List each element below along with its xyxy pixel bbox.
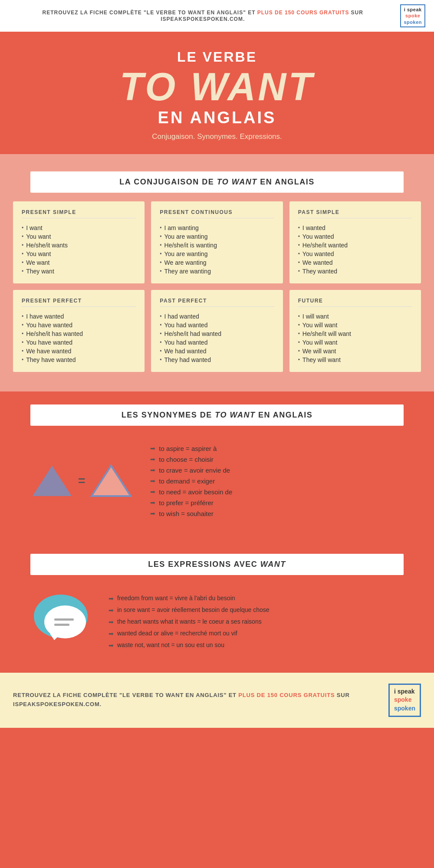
- arrow-icon: ➡: [108, 642, 114, 649]
- hero-subtitle: Conjugaison. Synonymes. Expressions.: [9, 132, 425, 141]
- svg-point-3: [44, 605, 86, 638]
- bottom-accent1: PLUS DE 150 COURS GRATUITS: [238, 692, 335, 698]
- synonymes-title: LES SYNONYMES DE TO WANT EN ANGLAIS: [43, 411, 391, 420]
- present-continuous-title: PRESENT CONTINUOUS: [160, 209, 274, 218]
- list-item: ➡ to prefer = préférer: [150, 497, 232, 508]
- present-perfect-card: PRESENT PERFECT I have wanted You have w…: [13, 290, 145, 372]
- list-item: I have wanted: [22, 312, 136, 321]
- list-item: He/she/it wanted: [298, 241, 412, 250]
- list-item: You have wanted: [22, 321, 136, 329]
- logo-ispeak: i speak: [404, 7, 422, 13]
- present-perfect-list: I have wanted You have wanted He/she/it …: [22, 312, 136, 364]
- future-card: FUTURE I will want You will want He/she/…: [289, 290, 421, 372]
- future-list: I will want You will want He/she/it will…: [298, 312, 412, 364]
- list-item: ➡ the heart wants what it wants = le coe…: [108, 616, 270, 628]
- list-item: They had wanted: [160, 355, 274, 364]
- conjugaison-title-box: LA CONJUGAISON DE TO WANT EN ANGLAIS: [30, 171, 404, 193]
- chat-bubble-icon: [30, 592, 91, 651]
- arrow-icon: ➡: [150, 499, 155, 506]
- expressions-title: LES EXPRESSIONS AVEC WANT: [43, 560, 391, 569]
- past-perfect-title: PAST PERFECT: [160, 298, 274, 307]
- expressions-content: ➡ freedom from want = vivre à l'abri du …: [13, 584, 421, 660]
- list-item: You have wanted: [22, 338, 136, 347]
- list-item: You wanted: [298, 232, 412, 241]
- list-item: ➡ to crave = avoir envie de: [150, 465, 232, 476]
- logo-spoken: spoken: [394, 704, 415, 713]
- list-item: ➡ to wish = souhaiter: [150, 508, 232, 519]
- arrow-icon: ➡: [150, 510, 155, 517]
- list-item: He/she/it will want: [298, 329, 412, 338]
- arrow-icon: ➡: [108, 630, 114, 637]
- svg-rect-5: [54, 618, 74, 621]
- list-item: ➡ to need = avoir besoin de: [150, 487, 232, 497]
- hero-to-want: TO WANT: [9, 67, 425, 106]
- triangle-icon: =: [30, 461, 133, 500]
- past-simple-card: PAST SIMPLE I wanted You wanted He/she/i…: [289, 201, 421, 283]
- present-perfect-title: PRESENT PERFECT: [22, 298, 136, 307]
- list-item: He/she/it is wanting: [160, 241, 274, 250]
- tense-row-2: PRESENT PERFECT I have wanted You have w…: [13, 290, 421, 372]
- list-item: We wanted: [298, 258, 412, 267]
- present-simple-list: I want You want He/she/it wants You want…: [22, 224, 136, 276]
- list-item: I had wanted: [160, 312, 274, 321]
- list-item: We will want: [298, 347, 412, 355]
- present-continuous-list: I am wanting You are wanting He/she/it i…: [160, 224, 274, 276]
- list-item: ➡ in sore want = avoir réellement besoin…: [108, 604, 270, 616]
- bottom-banner: RETROUVEZ LA FICHE COMPLÈTE "LE VERBE TO…: [0, 673, 434, 728]
- arrow-icon: ➡: [108, 618, 114, 625]
- list-item: They will want: [298, 355, 412, 364]
- hero-le-verbe: LE VERBE: [9, 49, 425, 65]
- synonymes-list: ➡ to aspire = aspirer à ➡ to choose = ch…: [150, 443, 232, 519]
- list-item: He/she/it has wanted: [22, 329, 136, 338]
- past-simple-list: I wanted You wanted He/she/it wanted You…: [298, 224, 412, 276]
- past-perfect-card: PAST PERFECT I had wanted You had wanted…: [151, 290, 283, 372]
- list-item: We are wanting: [160, 258, 274, 267]
- bottom-text: RETROUVEZ LA FICHE COMPLÈTE "LE VERBE TO…: [13, 691, 380, 709]
- conjugaison-title: LA CONJUGAISON DE TO WANT EN ANGLAIS: [43, 178, 391, 187]
- past-perfect-list: I had wanted You had wanted He/she/it ha…: [160, 312, 274, 364]
- arrow-icon: ➡: [108, 595, 114, 602]
- list-item: You want: [22, 250, 136, 258]
- list-item: They are wanting: [160, 267, 274, 276]
- logo-ispeak: i speak: [394, 687, 415, 696]
- logo-spoken: spoken: [404, 19, 422, 25]
- arrow-icon: ➡: [150, 488, 155, 495]
- svg-marker-1: [92, 466, 131, 496]
- conjugaison-section: LA CONJUGAISON DE TO WANT EN ANGLAIS PRE…: [0, 154, 434, 391]
- list-item: They have wanted: [22, 355, 136, 364]
- present-simple-card: PRESENT SIMPLE I want You want He/she/it…: [13, 201, 145, 283]
- logo-spoke: spoke: [394, 696, 415, 704]
- expressions-title-box: LES EXPRESSIONS AVEC WANT: [30, 554, 404, 575]
- synonymes-title-box: LES SYNONYMES DE TO WANT EN ANGLAIS: [30, 404, 404, 426]
- synonymes-content: = ➡ to aspire = aspirer à ➡ to choose = …: [13, 434, 421, 528]
- list-item: You are wanting: [160, 250, 274, 258]
- past-simple-title: PAST SIMPLE: [298, 209, 412, 218]
- hero-section: LE VERBE TO WANT EN ANGLAIS Conjugaison.…: [0, 32, 434, 154]
- list-item: We have wanted: [22, 347, 136, 355]
- expressions-section: LES EXPRESSIONS AVEC WANT ➡ freedom from…: [0, 541, 434, 673]
- future-title: FUTURE: [298, 298, 412, 307]
- list-item: We want: [22, 258, 136, 267]
- list-item: ➡ to aspire = aspirer à: [150, 443, 232, 454]
- logo-top: i speak spoke spoken: [400, 4, 425, 27]
- list-item: You will want: [298, 321, 412, 329]
- list-item: They wanted: [298, 267, 412, 276]
- top-banner: RETROUVEZ LA FICHE COMPLÈTE "LE VERBE TO…: [0, 0, 434, 32]
- arrow-icon: ➡: [150, 456, 155, 463]
- list-item: You had wanted: [160, 338, 274, 347]
- logo-bottom: i speak spoke spoken: [388, 684, 421, 717]
- arrow-icon: ➡: [150, 467, 155, 473]
- logo-spoke: spoke: [404, 13, 422, 19]
- arrow-icon: ➡: [150, 445, 155, 452]
- hero-en-anglais: EN ANGLAIS: [9, 108, 425, 127]
- present-continuous-card: PRESENT CONTINUOUS I am wanting You are …: [151, 201, 283, 283]
- present-simple-title: PRESENT SIMPLE: [22, 209, 136, 218]
- list-item: You wanted: [298, 250, 412, 258]
- list-item: ➡ to demand = exiger: [150, 476, 232, 487]
- list-item: ➡ freedom from want = vivre à l'abri du …: [108, 592, 270, 604]
- list-item: He/she/it had wanted: [160, 329, 274, 338]
- expressions-list: ➡ freedom from want = vivre à l'abri du …: [108, 592, 270, 651]
- arrow-icon: ➡: [108, 607, 114, 614]
- synonymes-section: LES SYNONYMES DE TO WANT EN ANGLAIS = ➡ …: [0, 391, 434, 541]
- svg-marker-0: [33, 466, 72, 496]
